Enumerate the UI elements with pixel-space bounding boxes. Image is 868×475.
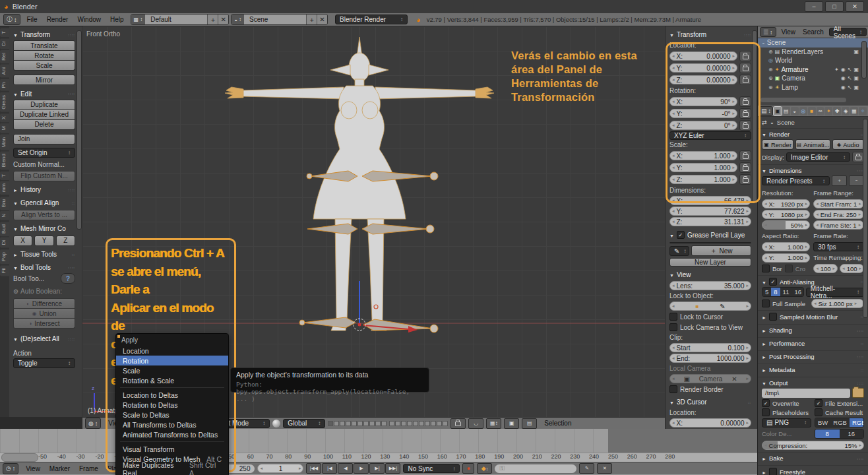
apply-menu-item[interactable]: Animated Transforms to Deltas xyxy=(116,429,228,439)
toolshelf-tab[interactable]: mm xyxy=(0,181,9,195)
toolshelf-tab[interactable]: Rel xyxy=(0,50,9,63)
current-frame-field[interactable]: 1 xyxy=(257,464,303,473)
action-dropdown[interactable]: Toggle xyxy=(13,358,75,368)
panel-freestyle-header[interactable]: Freestyle:: xyxy=(762,468,864,475)
expand-icon[interactable]: ⊕ xyxy=(768,75,773,81)
select-arrow-icon[interactable]: ↖ xyxy=(848,75,852,81)
delete-layout-button[interactable]: ✕ xyxy=(218,15,228,24)
local-camera-field[interactable]: ▣Camera✕ xyxy=(669,374,751,383)
panel-history-header[interactable]: History:::: xyxy=(13,186,75,193)
location-z-field[interactable]: Z:0.00000 xyxy=(669,75,737,84)
toolshelf-tab[interactable]: N xyxy=(0,211,9,220)
lock-icon[interactable] xyxy=(739,162,751,173)
playback-button[interactable]: ◀ xyxy=(338,463,353,474)
preset-remove-button[interactable]: － xyxy=(849,175,864,186)
add-scene-button[interactable]: ＋ xyxy=(306,15,317,24)
rotate-button[interactable]: Rotate xyxy=(13,51,75,61)
bone[interactable] xyxy=(362,224,429,234)
outliner-row-armature[interactable]: ⊕✦Armature✦◉↖▣ xyxy=(758,65,868,75)
toolshelf-tab[interactable]: Ani xyxy=(0,65,9,78)
apply-menu-item[interactable]: Make Duplicates RealShift Ctrl A xyxy=(116,464,228,474)
rotation-z-field[interactable]: Z:0° xyxy=(669,121,737,130)
res-y-field[interactable]: Y:1080 px xyxy=(762,210,810,219)
scale-y-field[interactable]: Y:1.000 xyxy=(669,163,737,172)
aa-size-field[interactable]: Siz 1.000 px xyxy=(811,299,864,308)
select-arrow-icon[interactable]: ↖ xyxy=(848,84,852,90)
panel-deselect-header[interactable]: (De)select All:::: xyxy=(13,335,75,342)
lock-icon[interactable] xyxy=(739,63,751,73)
snap-magnet-icon[interactable]: ◡ xyxy=(468,418,483,429)
render-border-checkbox[interactable] xyxy=(669,385,677,393)
properties-scrollbar[interactable] xyxy=(863,119,868,318)
channels-toggle[interactable]: BW RGB RGBA xyxy=(815,418,864,428)
render-restrict-icon[interactable]: ▣ xyxy=(853,84,859,90)
panel-tissue-header[interactable]: Tissue Tools:: xyxy=(13,251,75,258)
toolshelf-tab[interactable]: Di xyxy=(0,238,9,248)
panel-edit-header[interactable]: Edit:::: xyxy=(13,90,75,98)
editor-type-3dview-button[interactable]: ◍↕ xyxy=(85,418,101,429)
outliner-hscrollbar[interactable] xyxy=(760,98,846,102)
bone-joint[interactable] xyxy=(430,172,438,180)
scale-z-field[interactable]: Z:1.000 xyxy=(669,175,737,184)
bone[interactable] xyxy=(307,224,357,234)
apply-menu-item[interactable]: Scale to Deltas xyxy=(116,410,228,420)
pencil-dropdown[interactable]: ✎ xyxy=(669,246,689,256)
panel-gpencil-header[interactable]: Gpencil Align:: xyxy=(13,199,75,206)
new-grease-button[interactable]: ＋New xyxy=(691,245,751,256)
apply-menu-item[interactable]: Rotation to Deltas xyxy=(116,400,228,410)
panel-render-header[interactable]: Render:: xyxy=(762,131,864,138)
close-button[interactable]: ✕ xyxy=(846,1,864,12)
dim-z-field[interactable]: Z:31.131 xyxy=(669,217,751,226)
panel-post-header[interactable]: Post Processing:::: xyxy=(762,353,864,360)
dim-x-field[interactable]: X:66.478 xyxy=(669,196,751,205)
compression-slider[interactable]: Compression:15% xyxy=(762,441,864,450)
panel-output-header[interactable]: Output:::: xyxy=(762,379,864,387)
scene-selector[interactable]: ◒↕ Scene ＋ ✕ xyxy=(231,14,328,25)
playback-button[interactable]: |◀ xyxy=(322,463,337,474)
clip-end-field[interactable]: End:1000.000 xyxy=(669,354,751,363)
lock-to-object-field[interactable]: ■✎ xyxy=(669,301,751,311)
mirror-z-button[interactable]: Z xyxy=(56,236,75,246)
toolshelf-tab[interactable]: T xyxy=(0,28,9,37)
apply-menu-item[interactable]: Location to Deltas xyxy=(116,390,228,400)
layout-selector[interactable]: ▦↕ Default ＋ ✕ xyxy=(131,14,230,25)
render-restrict-icon[interactable]: ▣ xyxy=(853,67,859,73)
clear-x-icon[interactable]: ✕ xyxy=(731,375,737,383)
apply-menu-item[interactable]: Visual Transform xyxy=(116,444,228,454)
tab-world-icon[interactable]: ◎ xyxy=(799,107,807,115)
bool-help-button[interactable]: ? xyxy=(61,273,75,284)
tab-physics-icon[interactable]: ◈ xyxy=(842,107,850,115)
render-animation-button[interactable]: ▤Animati... xyxy=(795,139,830,150)
rotation-mode-dropdown[interactable]: XYZ Euler xyxy=(669,131,751,140)
toolshelf-tab[interactable]: Pap xyxy=(0,249,9,264)
channel-rgb[interactable]: RGB xyxy=(830,418,850,427)
dim-y-field[interactable]: Y:77.622 xyxy=(669,206,751,216)
apply-menu-item[interactable]: All Transforms to Deltas xyxy=(116,420,228,429)
mirror-x-button[interactable]: X xyxy=(13,236,32,246)
apply-menu-item[interactable]: Location xyxy=(116,346,228,356)
aspect-y-field[interactable]: Y:1.000 xyxy=(762,253,810,263)
align-verts-button[interactable]: Align Verts to ... xyxy=(13,210,75,220)
panel-bool-tools-header[interactable]: Bool Tools:::: xyxy=(13,264,75,271)
output-path-field[interactable]: /tmp\ xyxy=(762,389,850,398)
render-engine-select[interactable]: Blender Render xyxy=(335,15,408,24)
lock-camera-checkbox[interactable] xyxy=(669,323,677,331)
join-button[interactable]: Join xyxy=(13,134,75,144)
panel-mesh-mirror-header[interactable]: Mesh Mirror Co xyxy=(13,225,75,232)
toolshelf-tab[interactable]: X xyxy=(0,113,9,122)
panel-view-header[interactable]: View xyxy=(669,271,751,278)
color-depth-toggle[interactable]: 8 16 xyxy=(815,429,864,439)
timeline-menu-item[interactable]: View xyxy=(21,465,45,472)
placeholders-checkbox[interactable] xyxy=(762,408,770,416)
boolean-union-button[interactable]: ◉Union xyxy=(13,309,75,319)
tab-bone-icon[interactable]: ✚ xyxy=(833,107,841,115)
res-percent-slider[interactable]: 50% xyxy=(762,220,810,230)
eye-icon[interactable]: ◉ xyxy=(841,75,846,81)
playback-button[interactable]: ▶| xyxy=(369,463,385,474)
translate-button[interactable]: Translate xyxy=(13,40,75,51)
panel-dimensions-header[interactable]: Dimensions:::: xyxy=(762,167,864,174)
panel-shading-header[interactable]: Shading:::: xyxy=(762,327,864,334)
bone[interactable] xyxy=(303,317,356,328)
set-origin-dropdown[interactable]: Set Origin xyxy=(13,148,75,158)
remap-old-field[interactable]: 100 xyxy=(813,264,838,273)
